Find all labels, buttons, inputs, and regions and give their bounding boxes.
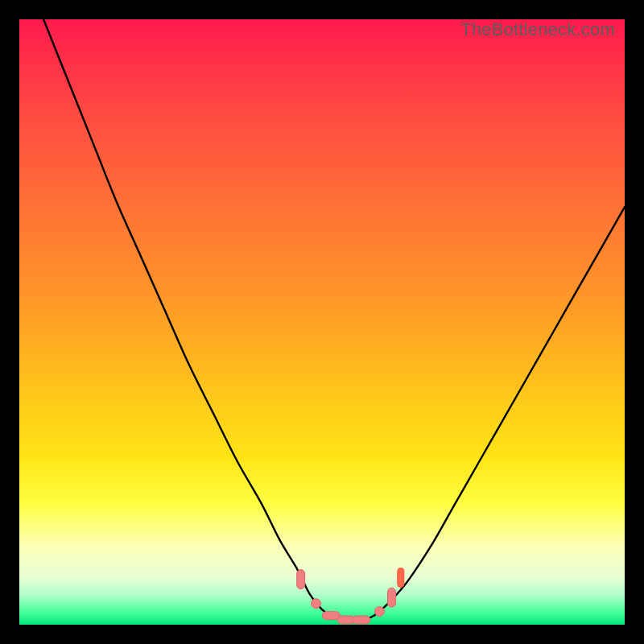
chart-frame: TheBottleneck.com bbox=[0, 0, 644, 644]
plot-area: TheBottleneck.com bbox=[19, 19, 625, 625]
background-gradient bbox=[19, 19, 625, 625]
attribution-text: TheBottleneck.com bbox=[460, 19, 615, 40]
